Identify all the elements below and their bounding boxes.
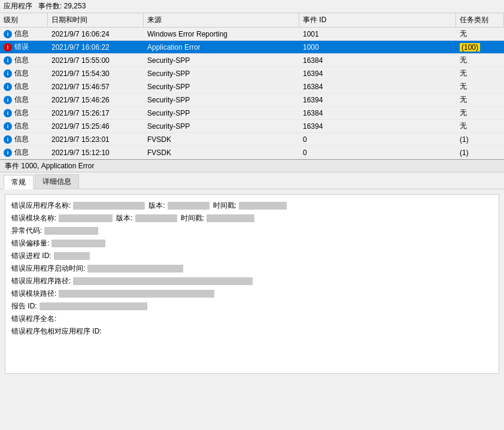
cell-datetime: 2021/9/7 15:26:17: [48, 108, 144, 119]
info-icon: i: [4, 135, 12, 144]
table-row[interactable]: i信息2021/9/7 15:25:46Security-SPP16394无: [0, 120, 504, 133]
label-process-id: 错误进程 ID:: [11, 251, 51, 261]
cell-level: i信息: [0, 107, 48, 119]
detail-row-1: 错误应用程序名称: 版本: 时间戳:: [11, 201, 493, 211]
table-row[interactable]: i信息2021/9/7 15:55:00Security-SPP16384无: [0, 54, 504, 67]
detail-row-5: 错误进程 ID:: [11, 251, 493, 261]
header-task: 任务类别: [456, 13, 504, 27]
info-icon: i: [4, 149, 12, 157]
cell-level: i信息: [0, 120, 48, 132]
tab-general[interactable]: 常规: [4, 175, 34, 189]
cell-task: 无: [456, 54, 504, 66]
cell-level: !错误: [0, 41, 48, 53]
value-version-1: [168, 202, 210, 210]
detail-row-8: 错误模块路径:: [11, 289, 493, 299]
table-row[interactable]: !错误2021/9/7 16:06:22Application Error100…: [0, 41, 504, 54]
label-version-2: 版本:: [116, 213, 132, 223]
value-app-name: [73, 202, 145, 210]
label-package-id: 错误程序包相对应用程序 ID:: [11, 326, 102, 337]
level-text: 信息: [14, 147, 29, 158]
cell-task: (1): [456, 134, 504, 145]
header-datetime: 日期和时间: [48, 13, 144, 27]
cell-source: Application Error: [144, 42, 299, 53]
table-row[interactable]: i信息2021/9/7 15:12:10FVSDK0(1): [0, 146, 504, 159]
tabs-bar: 常规 详细信息: [0, 172, 504, 189]
label-full-name: 错误程序全名:: [11, 314, 56, 324]
cell-source: FVSDK: [144, 147, 299, 158]
tab-detail[interactable]: 详细信息: [35, 174, 79, 189]
info-icon: i: [4, 69, 12, 78]
event-title-bar: 事件 1000, Application Error: [0, 159, 504, 172]
cell-eventid: 1000: [299, 42, 456, 53]
cell-source: Windows Error Reporting: [144, 29, 299, 40]
cell-task: 无: [456, 67, 504, 80]
label-app-name: 错误应用程序名称:: [11, 201, 71, 211]
cell-task: (100): [456, 42, 504, 53]
table-row[interactable]: i信息2021/9/7 15:26:17Security-SPP16384无: [0, 107, 504, 120]
cell-level: i信息: [0, 80, 48, 93]
cell-datetime: 2021/9/7 15:25:46: [48, 121, 144, 132]
info-icon: i: [4, 56, 12, 65]
info-icon: i: [4, 96, 12, 104]
detail-row-2: 错误模块名称: 版本: 时间戳:: [11, 213, 493, 223]
cell-source: Security-SPP: [144, 108, 299, 119]
level-text: 信息: [14, 55, 29, 65]
info-icon: i: [4, 83, 12, 91]
label-version-1: 版本:: [148, 201, 165, 211]
value-report-id: [40, 302, 147, 310]
cell-task: 无: [456, 80, 504, 93]
cell-datetime: 2021/9/7 16:06:22: [48, 42, 144, 53]
value-timestamp-1: [239, 202, 287, 210]
value-start-time: [87, 265, 183, 272]
event-count: 事件数: 29,253: [38, 1, 86, 11]
label-start-time: 错误应用程序启动时间:: [11, 264, 85, 274]
cell-source: Security-SPP: [144, 95, 299, 105]
error-icon: !: [4, 43, 12, 52]
cell-eventid: 16394: [299, 95, 456, 105]
table-row[interactable]: i信息2021/9/7 15:23:01FVSDK0(1): [0, 133, 504, 146]
value-offset: [51, 240, 105, 247]
level-text: 信息: [14, 95, 29, 105]
table-row[interactable]: i信息2021/9/7 15:54:30Security-SPP16394无: [0, 67, 504, 80]
detail-row-10: 错误程序全名:: [11, 314, 493, 324]
table-row[interactable]: i信息2021/9/7 15:46:26Security-SPP16394无: [0, 93, 504, 107]
cell-eventid: 0: [299, 147, 456, 158]
cell-eventid: 0: [299, 134, 456, 145]
cell-task: (1): [456, 147, 504, 158]
event-list-area: 级别 日期和时间 来源 事件 ID 任务类别 i信息2021/9/7 16:06…: [0, 13, 504, 159]
cell-source: Security-SPP: [144, 68, 299, 79]
label-offset: 错误偏移量:: [11, 238, 49, 249]
value-exception-code: [44, 227, 98, 235]
cell-task: 无: [456, 107, 504, 119]
cell-source: Security-SPP: [144, 55, 299, 66]
cell-datetime: 2021/9/7 15:46:57: [48, 81, 144, 92]
level-text: 信息: [14, 68, 29, 78]
value-module-name: [59, 214, 113, 222]
level-text: 信息: [14, 108, 29, 118]
header-eventid: 事件 ID: [299, 13, 456, 27]
cell-eventid: 16384: [299, 55, 456, 66]
header-level: 级别: [0, 13, 48, 27]
label-exception-code: 异常代码:: [11, 226, 42, 236]
info-icon: i: [4, 109, 12, 117]
label-timestamp-2: 时间戳:: [181, 213, 204, 223]
info-icon: i: [4, 30, 12, 38]
event-title-text: 事件 1000, Application Error: [5, 161, 94, 171]
cell-level: i信息: [0, 54, 48, 66]
table-row[interactable]: i信息2021/9/7 16:06:24Windows Error Report…: [0, 28, 504, 41]
cell-eventid: 16384: [299, 108, 456, 119]
cell-task: 无: [456, 93, 504, 106]
label-module-name: 错误模块名称:: [11, 213, 56, 223]
level-text: 信息: [14, 134, 29, 144]
cell-task: 无: [456, 28, 504, 40]
label-report-id: 报告 ID:: [11, 301, 37, 311]
label-timestamp-1: 时间戳:: [213, 201, 236, 211]
table-header: 级别 日期和时间 来源 事件 ID 任务类别: [0, 13, 504, 28]
table-row[interactable]: i信息2021/9/7 15:46:57Security-SPP16384无: [0, 80, 504, 93]
value-process-id: [54, 252, 90, 260]
cell-datetime: 2021/9/7 15:55:00: [48, 55, 144, 66]
detail-area: 事件 1000, Application Error 常规 详细信息 错误应用程…: [0, 159, 504, 430]
cell-datetime: 2021/9/7 16:06:24: [48, 29, 144, 40]
event-table-body: i信息2021/9/7 16:06:24Windows Error Report…: [0, 28, 504, 159]
cell-level: i信息: [0, 146, 48, 159]
